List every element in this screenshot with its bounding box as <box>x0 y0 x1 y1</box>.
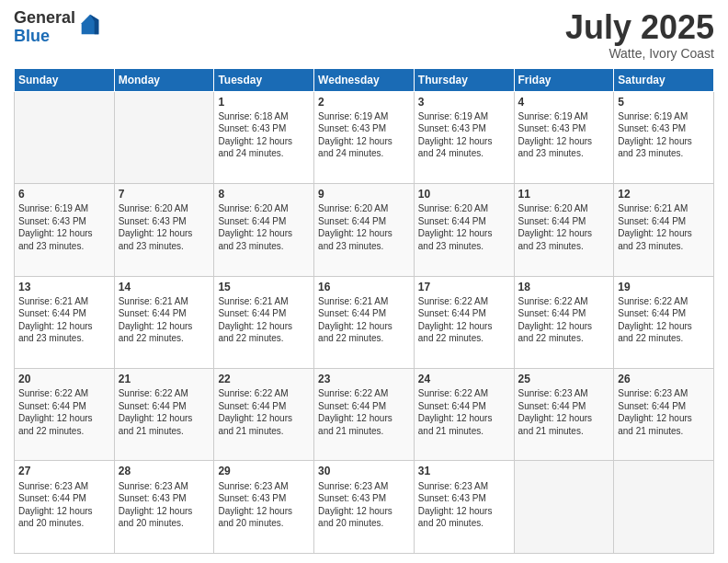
calendar-week-row: 27Sunrise: 6:23 AM Sunset: 6:44 PM Dayli… <box>15 461 714 554</box>
day-info: Sunrise: 6:23 AM Sunset: 6:43 PM Dayligh… <box>218 480 310 530</box>
day-info: Sunrise: 6:21 AM Sunset: 6:44 PM Dayligh… <box>218 295 310 345</box>
col-saturday: Saturday <box>614 68 714 91</box>
day-number: 29 <box>218 464 310 478</box>
day-info: Sunrise: 6:19 AM Sunset: 6:43 PM Dayligh… <box>18 202 110 252</box>
day-info: Sunrise: 6:19 AM Sunset: 6:43 PM Dayligh… <box>318 110 410 160</box>
day-number: 14 <box>119 280 210 294</box>
col-thursday: Thursday <box>414 68 514 91</box>
table-row: 15Sunrise: 6:21 AM Sunset: 6:44 PM Dayli… <box>214 276 314 368</box>
day-number: 7 <box>119 187 210 201</box>
table-row: 29Sunrise: 6:23 AM Sunset: 6:43 PM Dayli… <box>214 461 314 554</box>
table-row: 14Sunrise: 6:21 AM Sunset: 6:44 PM Dayli… <box>114 276 214 368</box>
calendar-week-row: 1Sunrise: 6:18 AM Sunset: 6:43 PM Daylig… <box>15 91 714 183</box>
calendar-week-row: 20Sunrise: 6:22 AM Sunset: 6:44 PM Dayli… <box>15 369 714 461</box>
table-row <box>114 91 214 183</box>
day-info: Sunrise: 6:21 AM Sunset: 6:44 PM Dayligh… <box>318 295 410 345</box>
logo: General Blue <box>14 9 103 46</box>
day-info: Sunrise: 6:22 AM Sunset: 6:44 PM Dayligh… <box>18 387 110 437</box>
table-row: 10Sunrise: 6:20 AM Sunset: 6:44 PM Dayli… <box>414 184 514 276</box>
table-row: 24Sunrise: 6:22 AM Sunset: 6:44 PM Dayli… <box>414 369 514 461</box>
calendar-header-row: Sunday Monday Tuesday Wednesday Thursday… <box>15 68 714 91</box>
day-number: 8 <box>218 187 310 201</box>
table-row: 18Sunrise: 6:22 AM Sunset: 6:44 PM Dayli… <box>514 276 614 368</box>
day-info: Sunrise: 6:20 AM Sunset: 6:43 PM Dayligh… <box>119 202 210 252</box>
logo-blue: Blue <box>14 28 75 46</box>
table-row: 30Sunrise: 6:23 AM Sunset: 6:43 PM Dayli… <box>314 461 415 554</box>
day-number: 27 <box>18 464 110 478</box>
table-row: 11Sunrise: 6:20 AM Sunset: 6:44 PM Dayli… <box>514 184 614 276</box>
calendar-week-row: 13Sunrise: 6:21 AM Sunset: 6:44 PM Dayli… <box>15 276 714 368</box>
day-info: Sunrise: 6:19 AM Sunset: 6:43 PM Dayligh… <box>418 110 510 160</box>
calendar-table: Sunday Monday Tuesday Wednesday Thursday… <box>14 68 714 554</box>
day-info: Sunrise: 6:23 AM Sunset: 6:44 PM Dayligh… <box>618 387 710 437</box>
table-row <box>15 91 115 183</box>
day-info: Sunrise: 6:22 AM Sunset: 6:44 PM Dayligh… <box>218 387 310 437</box>
day-number: 15 <box>218 280 310 294</box>
day-number: 23 <box>318 372 410 386</box>
table-row: 19Sunrise: 6:22 AM Sunset: 6:44 PM Dayli… <box>614 276 714 368</box>
day-number: 28 <box>119 464 210 478</box>
table-row: 7Sunrise: 6:20 AM Sunset: 6:43 PM Daylig… <box>114 184 214 276</box>
table-row: 1Sunrise: 6:18 AM Sunset: 6:43 PM Daylig… <box>214 91 314 183</box>
day-info: Sunrise: 6:20 AM Sunset: 6:44 PM Dayligh… <box>418 202 510 252</box>
day-info: Sunrise: 6:23 AM Sunset: 6:44 PM Dayligh… <box>18 480 110 530</box>
day-number: 25 <box>518 372 610 386</box>
table-row: 22Sunrise: 6:22 AM Sunset: 6:44 PM Dayli… <box>214 369 314 461</box>
day-info: Sunrise: 6:22 AM Sunset: 6:44 PM Dayligh… <box>418 295 510 345</box>
day-number: 20 <box>18 372 110 386</box>
day-number: 24 <box>418 372 510 386</box>
day-number: 2 <box>318 95 410 109</box>
table-row: 17Sunrise: 6:22 AM Sunset: 6:44 PM Dayli… <box>414 276 514 368</box>
day-info: Sunrise: 6:19 AM Sunset: 6:43 PM Dayligh… <box>618 110 710 160</box>
table-row: 25Sunrise: 6:23 AM Sunset: 6:44 PM Dayli… <box>514 369 614 461</box>
day-info: Sunrise: 6:22 AM Sunset: 6:44 PM Dayligh… <box>518 295 610 345</box>
day-number: 12 <box>618 187 710 201</box>
day-number: 10 <box>418 187 510 201</box>
table-row: 5Sunrise: 6:19 AM Sunset: 6:43 PM Daylig… <box>614 91 714 183</box>
day-info: Sunrise: 6:20 AM Sunset: 6:44 PM Dayligh… <box>518 202 610 252</box>
day-number: 17 <box>418 280 510 294</box>
day-number: 18 <box>518 280 610 294</box>
day-number: 13 <box>18 280 110 294</box>
day-number: 21 <box>119 372 210 386</box>
table-row: 4Sunrise: 6:19 AM Sunset: 6:43 PM Daylig… <box>514 91 614 183</box>
day-number: 26 <box>618 372 710 386</box>
day-number: 11 <box>518 187 610 201</box>
location-subtitle: Watte, Ivory Coast <box>565 46 714 61</box>
table-row: 28Sunrise: 6:23 AM Sunset: 6:43 PM Dayli… <box>114 461 214 554</box>
table-row <box>614 461 714 554</box>
table-row: 9Sunrise: 6:20 AM Sunset: 6:44 PM Daylig… <box>314 184 415 276</box>
col-tuesday: Tuesday <box>214 68 314 91</box>
day-info: Sunrise: 6:22 AM Sunset: 6:44 PM Dayligh… <box>119 387 210 437</box>
day-info: Sunrise: 6:21 AM Sunset: 6:44 PM Dayligh… <box>18 295 110 345</box>
day-number: 1 <box>218 95 310 109</box>
table-row: 12Sunrise: 6:21 AM Sunset: 6:44 PM Dayli… <box>614 184 714 276</box>
table-row: 16Sunrise: 6:21 AM Sunset: 6:44 PM Dayli… <box>314 276 415 368</box>
day-info: Sunrise: 6:20 AM Sunset: 6:44 PM Dayligh… <box>318 202 410 252</box>
calendar-week-row: 6Sunrise: 6:19 AM Sunset: 6:43 PM Daylig… <box>15 184 714 276</box>
page: General Blue July 2025 Watte, Ivory Coas… <box>0 0 728 563</box>
col-friday: Friday <box>514 68 614 91</box>
day-number: 4 <box>518 95 610 109</box>
title-block: July 2025 Watte, Ivory Coast <box>565 9 714 61</box>
day-info: Sunrise: 6:22 AM Sunset: 6:44 PM Dayligh… <box>618 295 710 345</box>
table-row: 31Sunrise: 6:23 AM Sunset: 6:43 PM Dayli… <box>414 461 514 554</box>
header: General Blue July 2025 Watte, Ivory Coas… <box>14 9 714 61</box>
day-info: Sunrise: 6:22 AM Sunset: 6:44 PM Dayligh… <box>318 387 410 437</box>
day-info: Sunrise: 6:21 AM Sunset: 6:44 PM Dayligh… <box>119 295 210 345</box>
day-number: 22 <box>218 372 310 386</box>
table-row: 21Sunrise: 6:22 AM Sunset: 6:44 PM Dayli… <box>114 369 214 461</box>
day-number: 16 <box>318 280 410 294</box>
col-wednesday: Wednesday <box>314 68 415 91</box>
day-info: Sunrise: 6:23 AM Sunset: 6:43 PM Dayligh… <box>418 480 510 530</box>
table-row: 26Sunrise: 6:23 AM Sunset: 6:44 PM Dayli… <box>614 369 714 461</box>
day-info: Sunrise: 6:19 AM Sunset: 6:43 PM Dayligh… <box>518 110 610 160</box>
table-row: 20Sunrise: 6:22 AM Sunset: 6:44 PM Dayli… <box>15 369 115 461</box>
day-number: 9 <box>318 187 410 201</box>
day-info: Sunrise: 6:20 AM Sunset: 6:44 PM Dayligh… <box>218 202 310 252</box>
day-info: Sunrise: 6:21 AM Sunset: 6:44 PM Dayligh… <box>618 202 710 252</box>
logo-general: General <box>14 9 75 28</box>
day-number: 19 <box>618 280 710 294</box>
col-monday: Monday <box>114 68 214 91</box>
table-row: 13Sunrise: 6:21 AM Sunset: 6:44 PM Dayli… <box>15 276 115 368</box>
